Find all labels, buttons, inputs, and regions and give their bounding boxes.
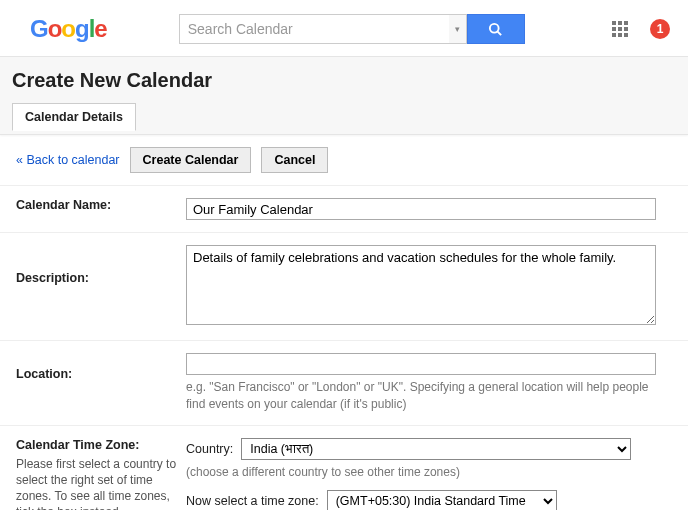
- search-button[interactable]: [467, 14, 525, 44]
- top-right: 1: [612, 19, 670, 39]
- notif-count: 1: [657, 22, 664, 36]
- timezone-select[interactable]: (GMT+05:30) India Standard Time: [327, 490, 557, 510]
- apps-icon[interactable]: [612, 21, 628, 37]
- page-title: Create New Calendar: [12, 69, 676, 92]
- section-description: Description:: [0, 232, 688, 340]
- timezone-help: Please first select a country to select …: [16, 456, 186, 510]
- search-input[interactable]: [179, 14, 449, 44]
- search-wrap: ▾: [179, 14, 525, 44]
- search-icon: [488, 22, 503, 37]
- label-description: Description:: [16, 271, 89, 285]
- location-hint: e.g. "San Francisco" or "London" or "UK"…: [186, 379, 666, 413]
- back-to-calendar-link[interactable]: « Back to calendar: [16, 153, 120, 167]
- top-bar: Google ▾ 1: [0, 0, 688, 56]
- label-location: Location:: [16, 367, 72, 381]
- description-textarea[interactable]: [186, 245, 656, 325]
- country-select[interactable]: India (भारत): [241, 438, 631, 460]
- notifications-badge[interactable]: 1: [650, 19, 670, 39]
- search-dropdown-toggle[interactable]: ▾: [449, 14, 467, 44]
- calendar-name-input[interactable]: [186, 198, 656, 220]
- tab-calendar-details[interactable]: Calendar Details: [12, 103, 136, 131]
- action-row: « Back to calendar Create Calendar Cance…: [0, 135, 688, 185]
- section-location: Location: e.g. "San Francisco" or "Londo…: [0, 340, 688, 425]
- section-name: Calendar Name:: [0, 185, 688, 232]
- label-country: Country:: [186, 442, 233, 456]
- label-timezone: Calendar Time Zone:: [16, 438, 186, 452]
- label-calendar-name: Calendar Name:: [16, 198, 111, 212]
- location-input[interactable]: [186, 353, 656, 375]
- page-header: Create New Calendar Calendar Details: [0, 56, 688, 135]
- create-calendar-button[interactable]: Create Calendar: [130, 147, 252, 173]
- google-logo[interactable]: Google: [30, 15, 107, 43]
- svg-line-1: [498, 31, 502, 35]
- svg-point-0: [490, 23, 499, 32]
- cancel-button[interactable]: Cancel: [261, 147, 328, 173]
- country-hint: (choose a different country to see other…: [186, 464, 666, 481]
- label-select-timezone: Now select a time zone:: [186, 494, 319, 508]
- section-timezone: Calendar Time Zone: Please first select …: [0, 425, 688, 510]
